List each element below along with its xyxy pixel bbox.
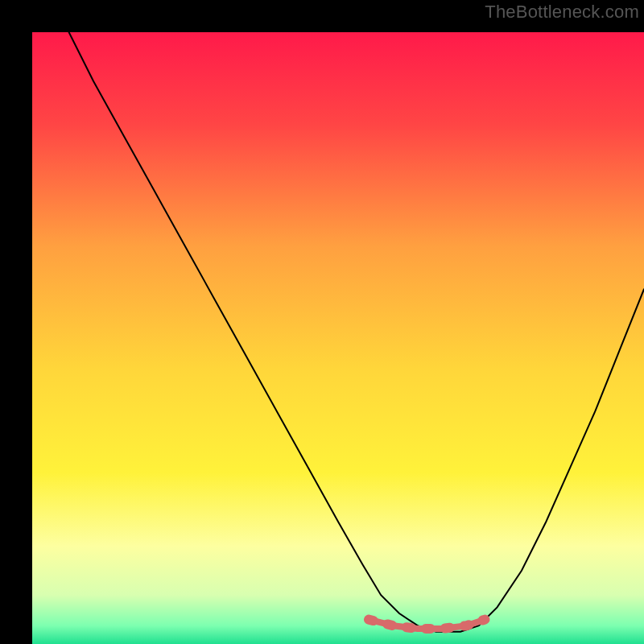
chart-canvas — [32, 32, 644, 644]
chart-frame — [16, 16, 628, 628]
gradient-background — [32, 32, 644, 644]
watermark-text: TheBottleneck.com — [485, 2, 639, 23]
